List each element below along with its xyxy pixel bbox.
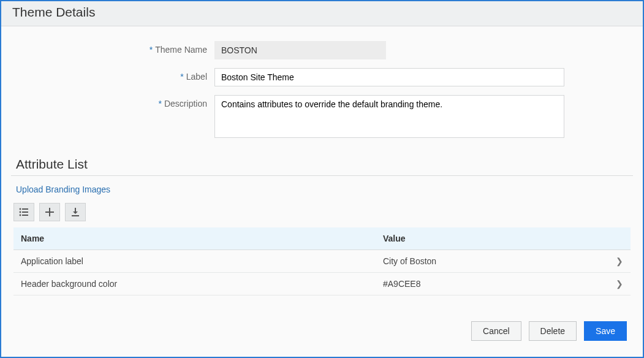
attr-name: Application label [13, 250, 376, 273]
svg-rect-1 [22, 208, 28, 210]
add-icon-button[interactable] [39, 203, 60, 221]
list-icon-button[interactable] [13, 203, 34, 221]
svg-point-4 [20, 215, 21, 216]
table-header-row: Name Value [13, 227, 631, 250]
svg-point-0 [20, 208, 21, 210]
theme-name-label: *Theme Name [6, 41, 214, 55]
page-header: Theme Details [1, 1, 643, 26]
page-title: Theme Details [12, 5, 632, 20]
svg-rect-7 [45, 211, 54, 213]
save-button[interactable]: Save [584, 321, 627, 341]
label-label: *Label [6, 68, 214, 82]
cancel-button[interactable]: Cancel [471, 321, 521, 341]
description-textarea[interactable]: Contains attributes to override the defa… [214, 95, 564, 138]
svg-point-2 [20, 211, 21, 213]
chevron-right-icon: ❯ [616, 279, 623, 289]
svg-rect-8 [75, 208, 76, 212]
svg-rect-9 [72, 215, 79, 216]
theme-name-value: BOSTON [214, 41, 386, 59]
col-name: Name [13, 227, 376, 250]
download-icon-button[interactable] [65, 203, 86, 221]
plus-icon [45, 208, 54, 216]
attr-value: #A9CEE8 [376, 273, 608, 295]
delete-button[interactable]: Delete [529, 321, 577, 341]
table-row[interactable]: Application label City of Boston ❯ [13, 250, 631, 273]
required-asterisk: * [150, 45, 153, 55]
table-row[interactable]: Header background color #A9CEE8 ❯ [13, 273, 631, 295]
description-label: *Description [6, 95, 214, 109]
col-value: Value [376, 227, 608, 250]
svg-rect-3 [22, 211, 28, 213]
list-icon [19, 208, 29, 216]
attribute-table: Name Value Application label City of Bos… [13, 227, 631, 295]
attr-name: Header background color [13, 273, 376, 295]
attr-value: City of Boston [376, 250, 608, 273]
required-asterisk: * [180, 72, 183, 82]
chevron-right-icon: ❯ [616, 256, 623, 266]
svg-rect-5 [22, 215, 28, 216]
attribute-list-title: Attribute List [11, 157, 633, 176]
label-input[interactable] [214, 68, 564, 86]
required-asterisk: * [159, 99, 162, 109]
download-icon [71, 208, 80, 216]
upload-branding-images-link[interactable]: Upload Branding Images [6, 185, 638, 203]
